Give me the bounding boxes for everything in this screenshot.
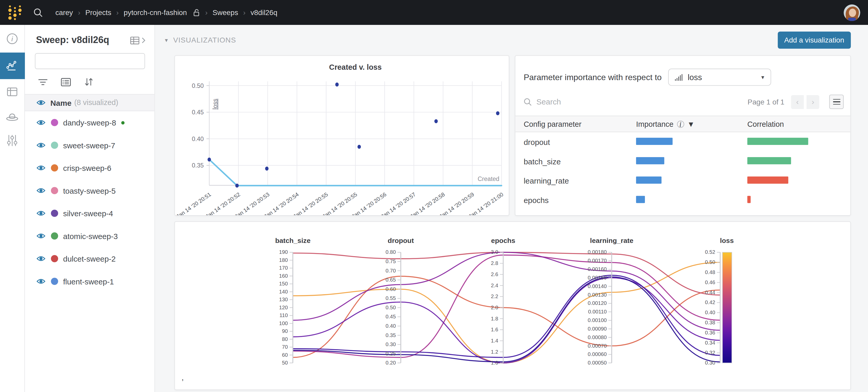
overview-tab[interactable]: i bbox=[0, 26, 25, 51]
wandb-logo-icon[interactable] bbox=[7, 4, 23, 21]
run-color-dot bbox=[51, 187, 58, 194]
run-row[interactable]: sweet-sweep-7 bbox=[25, 134, 154, 156]
metric-select[interactable]: loss ▼ bbox=[668, 69, 771, 86]
open-table-button[interactable] bbox=[130, 36, 146, 44]
breadcrumb-sweeps[interactable]: Sweeps bbox=[213, 8, 238, 17]
eye-icon[interactable] bbox=[37, 142, 45, 148]
x-tick-labels: Jan 14 '20 20:51Jan 14 '20 20:52Jan 14 '… bbox=[175, 191, 504, 215]
scatter-point bbox=[335, 83, 339, 86]
search-icon[interactable] bbox=[33, 7, 43, 18]
info-icon: i bbox=[11, 35, 13, 42]
next-page-button[interactable]: › bbox=[807, 95, 819, 109]
importance-row[interactable]: dropout bbox=[516, 132, 850, 152]
sweeps-tab[interactable] bbox=[0, 104, 25, 130]
axis-tick-label: 3.0 bbox=[491, 249, 498, 255]
run-name[interactable]: dandy-sweep-8 bbox=[63, 118, 116, 127]
axis-tick-label: 180 bbox=[279, 257, 288, 263]
axis-title: learning_rate bbox=[590, 237, 633, 244]
axis-title: dropout bbox=[388, 237, 414, 244]
run-row[interactable]: dulcet-sweep-2 bbox=[25, 247, 154, 270]
stray-comma-text: , bbox=[182, 373, 184, 382]
run-name[interactable]: atomic-sweep-3 bbox=[63, 231, 118, 240]
run-name[interactable]: fluent-sweep-1 bbox=[63, 277, 114, 286]
correlation-column-header[interactable]: Correlation bbox=[747, 120, 850, 128]
parameter-importance-panel: Parameter importance with respect to los bbox=[515, 55, 851, 216]
run-name[interactable]: sweet-sweep-7 bbox=[63, 141, 115, 150]
axis-tick-label: 0.00050 bbox=[588, 360, 607, 365]
run-name[interactable]: dulcet-sweep-2 bbox=[63, 254, 116, 263]
gridlines: 0.350.400.450.50 bbox=[192, 81, 502, 185]
left-icon-rail: i bbox=[0, 25, 25, 392]
config-parameter-column-header[interactable]: Config parameter bbox=[524, 120, 636, 128]
axis-tick-label: 2.0 bbox=[491, 305, 498, 311]
run-color-dot bbox=[51, 210, 58, 217]
importance-title: Parameter importance with respect to bbox=[524, 73, 662, 82]
previous-page-button[interactable]: ‹ bbox=[791, 95, 804, 109]
breadcrumb-entity[interactable]: carey bbox=[55, 8, 73, 17]
importance-row[interactable]: learning_rate bbox=[516, 171, 850, 190]
table-tab[interactable] bbox=[0, 79, 25, 104]
collapse-section-icon[interactable]: ▼ bbox=[164, 37, 169, 43]
eye-icon[interactable] bbox=[37, 120, 45, 126]
eye-icon[interactable] bbox=[37, 278, 45, 284]
eye-icon[interactable] bbox=[37, 233, 45, 239]
created-vs-loss-chart[interactable]: Created v. loss0.350.400.450.50lossCreat… bbox=[175, 56, 509, 216]
add-visualization-button[interactable]: Add a visualization bbox=[777, 32, 851, 49]
run-line bbox=[293, 275, 720, 358]
axis-dropout: dropout0.800.750.700.650.600.550.500.450… bbox=[385, 237, 414, 365]
eye-icon[interactable] bbox=[37, 165, 45, 171]
run-row[interactable]: silver-sweep-4 bbox=[25, 202, 154, 225]
hyperparameters-tab[interactable] bbox=[0, 128, 25, 153]
correlation-bar bbox=[747, 195, 751, 203]
run-name[interactable]: silver-sweep-4 bbox=[63, 209, 113, 218]
filter-runs-button[interactable] bbox=[38, 78, 48, 86]
panel-menu-button[interactable] bbox=[829, 95, 844, 109]
importance-search-input[interactable] bbox=[536, 97, 636, 106]
axis-tick-label: 2.2 bbox=[491, 293, 498, 299]
search-icon bbox=[524, 98, 532, 106]
axis-tick-label: 0.00120 bbox=[588, 300, 607, 306]
scatter-point bbox=[265, 167, 269, 171]
importance-column-header[interactable]: Importance i ▼ bbox=[636, 120, 747, 128]
run-name[interactable]: toasty-sweep-5 bbox=[63, 186, 116, 195]
eye-icon[interactable] bbox=[37, 256, 45, 262]
charts-tab[interactable] bbox=[0, 53, 25, 79]
breadcrumb-project[interactable]: pytorch-cnn-fashion bbox=[124, 8, 187, 17]
line-chart-icon bbox=[5, 59, 19, 72]
run-name[interactable]: crisp-sweep-6 bbox=[63, 164, 111, 172]
avatar[interactable] bbox=[844, 4, 860, 21]
run-line bbox=[293, 276, 720, 358]
axis-tick-label: 0.00090 bbox=[588, 326, 607, 332]
run-list: dandy-sweep-8sweet-sweep-7crisp-sweep-6t… bbox=[25, 111, 154, 293]
breadcrumb-sweep-id[interactable]: v8dil26q bbox=[251, 8, 277, 17]
run-row[interactable]: dandy-sweep-8 bbox=[25, 111, 154, 134]
axis-tick-label: 1.2 bbox=[491, 349, 498, 355]
breadcrumb-separator: › bbox=[78, 8, 80, 17]
eye-icon[interactable] bbox=[37, 100, 45, 105]
run-row[interactable]: toasty-sweep-5 bbox=[25, 179, 154, 202]
axis-tick-label: 2.8 bbox=[491, 260, 498, 266]
y-tick-label: 0.35 bbox=[192, 162, 204, 169]
run-row[interactable]: atomic-sweep-3 bbox=[25, 225, 154, 247]
sort-runs-button[interactable] bbox=[84, 77, 93, 86]
bar-chart-icon bbox=[675, 73, 683, 81]
runs-search-input[interactable] bbox=[44, 57, 142, 65]
runs-name-header[interactable]: Name (8 visualized) bbox=[25, 94, 154, 111]
breadcrumb-projects[interactable]: Projects bbox=[85, 8, 111, 17]
eye-icon[interactable] bbox=[37, 210, 45, 216]
axis-tick-label: 120 bbox=[279, 305, 288, 311]
parallel-coordinates-chart[interactable]: batch_size190180170160150140130120110100… bbox=[175, 222, 850, 390]
importance-row[interactable]: batch_size bbox=[516, 152, 850, 171]
axis-title: batch_size bbox=[275, 237, 311, 244]
eye-icon[interactable] bbox=[37, 188, 45, 193]
group-runs-button[interactable] bbox=[61, 78, 71, 86]
run-row[interactable]: fluent-sweep-1 bbox=[25, 270, 154, 292]
importance-bar bbox=[636, 195, 645, 203]
run-row[interactable]: crisp-sweep-6 bbox=[25, 157, 154, 179]
axis-tick-label: 0.70 bbox=[385, 268, 396, 273]
axis-tick-label: 0.36 bbox=[705, 330, 715, 335]
axis-tick-label: 0.35 bbox=[385, 332, 396, 338]
parameter-name: learning_rate bbox=[524, 176, 636, 185]
axis-tick-label: 0.00180 bbox=[588, 249, 607, 255]
importance-row[interactable]: epochs bbox=[516, 190, 850, 210]
